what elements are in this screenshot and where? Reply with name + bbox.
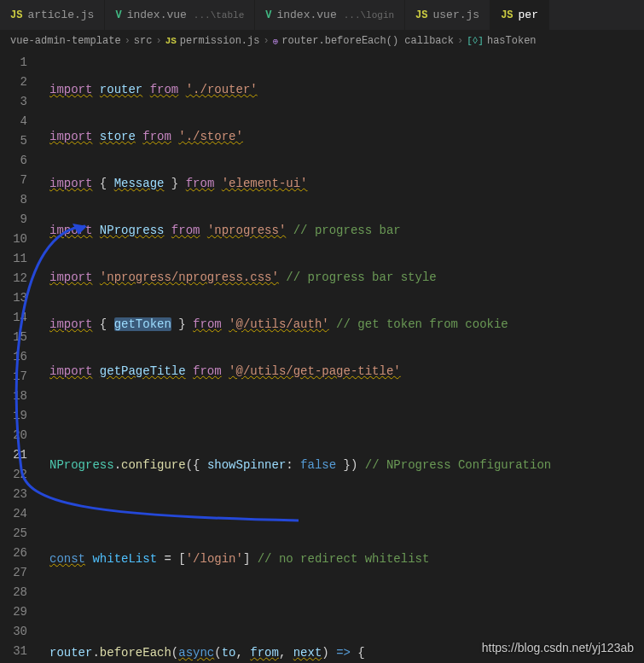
function-icon: ⊕: [273, 36, 279, 47]
tab-subpath: ...\login: [344, 10, 394, 20]
code-line-6[interactable]: import { getToken } from '@/utils/auth' …: [43, 315, 644, 334]
code-content[interactable]: import router from './router' import sto…: [43, 51, 644, 663]
tab-filename: index.vue: [127, 9, 187, 21]
tab-index-table[interactable]: V index.vue ...\table: [105, 0, 255, 30]
tab-permission[interactable]: JS per: [490, 0, 549, 30]
code-line-5[interactable]: import 'nprogress/nprogress.css' // prog…: [43, 268, 644, 288]
chevron-right-icon: ›: [263, 35, 269, 47]
tab-subpath: ...\table: [194, 10, 244, 20]
variable-icon: [◊]: [467, 36, 484, 46]
js-icon: JS: [415, 9, 427, 21]
tab-filename: article.js: [27, 9, 94, 21]
chevron-right-icon: ›: [155, 35, 161, 47]
vue-icon: V: [265, 9, 271, 21]
editor-tabs: JS article.js V index.vue ...\table V in…: [0, 0, 644, 31]
chevron-right-icon: ›: [125, 35, 131, 47]
watermark-text: https://blog.csdn.net/yj123ab: [482, 641, 634, 654]
code-line-2[interactable]: import store from './store': [43, 127, 644, 147]
breadcrumb-item[interactable]: hasToken: [487, 35, 537, 47]
code-line-4[interactable]: import NProgress from 'nprogress' // pro…: [43, 221, 644, 241]
breadcrumb-item[interactable]: vue-admin-template: [10, 35, 121, 47]
vue-icon: V: [115, 9, 121, 21]
breadcrumb-item[interactable]: src: [134, 35, 153, 47]
js-icon: JS: [165, 36, 177, 46]
code-line-10[interactable]: [43, 503, 644, 522]
code-line-9[interactable]: NProgress.configure({ showSpinner: false…: [43, 456, 644, 475]
breadcrumb-item[interactable]: router.beforeEach() callback: [281, 35, 454, 47]
code-line-8[interactable]: [43, 409, 644, 428]
line-gutter: 123 456 789 101112 131415 161718 192021 …: [0, 51, 43, 663]
tab-filename: index.vue: [276, 9, 336, 21]
code-line-7[interactable]: import getPageTitle from '@/utils/get-pa…: [43, 362, 644, 381]
code-line-11[interactable]: const whiteList = ['/login'] // no redir…: [43, 550, 644, 569]
breadcrumb-item[interactable]: permission.js: [180, 35, 260, 47]
code-editor[interactable]: 123 456 789 101112 131415 161718 192021 …: [0, 51, 644, 663]
code-line-12[interactable]: [43, 596, 644, 616]
tab-user[interactable]: JS user.js: [405, 0, 490, 30]
tab-filename: per: [519, 9, 538, 21]
tab-article[interactable]: JS article.js: [0, 0, 105, 30]
breadcrumb: vue-admin-template › src › JS permission…: [0, 31, 644, 51]
tab-index-login[interactable]: V index.vue ...\login: [255, 0, 405, 30]
code-line-3[interactable]: import { Message } from 'element-ui': [43, 174, 644, 194]
chevron-right-icon: ›: [457, 35, 463, 47]
js-icon: JS: [501, 9, 513, 21]
tab-filename: user.js: [433, 9, 480, 21]
js-icon: JS: [10, 9, 22, 21]
code-line-1[interactable]: import router from './router': [43, 80, 644, 100]
